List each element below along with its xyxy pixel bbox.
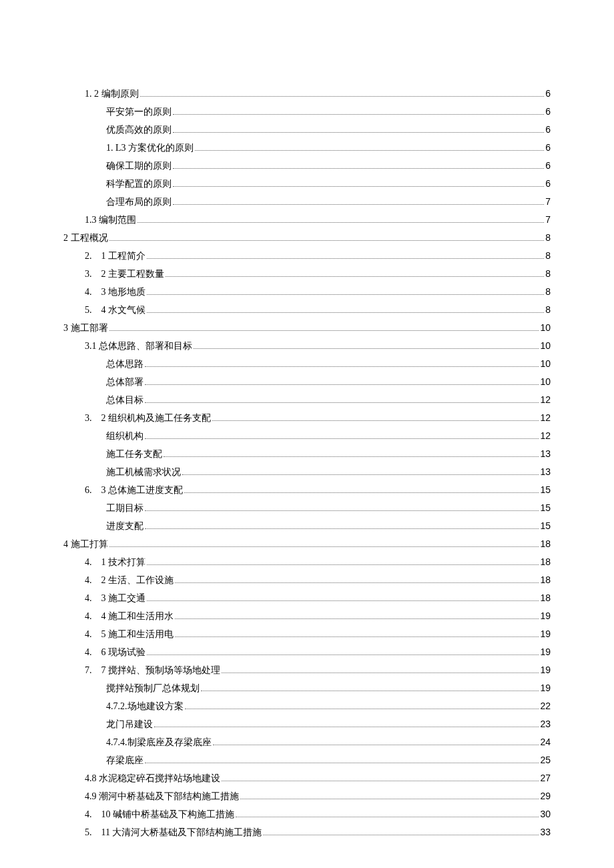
toc-leader-dots — [147, 251, 544, 259]
toc-leader-dots — [236, 809, 539, 817]
toc-entry-prefix: 4.7.2. — [106, 699, 127, 713]
toc-leader-dots — [147, 557, 539, 565]
toc-leader-dots — [195, 143, 544, 151]
toc-entry: 合理布局的原则7 — [63, 195, 551, 209]
toc-entry-prefix: 4. 6 — [85, 645, 108, 659]
toc-leader-dots — [213, 737, 539, 745]
toc-entry-label: 编制范围 — [99, 213, 136, 227]
toc-entry-prefix: 2. 1 — [85, 249, 108, 263]
toc-entry-prefix: 4. 10 — [85, 807, 113, 821]
toc-entry: 4.9 潮河中桥基础及下部结构施工措施29 — [63, 789, 551, 803]
toc-entry-label: 施工和生活用电 — [108, 627, 174, 641]
toc-entry-page: 8 — [545, 249, 551, 263]
toc-entry: 4. 3 施工交通18 — [63, 591, 551, 605]
toc-entry: 3. 2 主要工程数量8 — [63, 267, 551, 281]
toc-entry-page: 19 — [540, 681, 551, 695]
toc-entry-prefix: 4.8 — [85, 771, 99, 785]
toc-entry-page: 19 — [540, 609, 551, 623]
toc-entry: 5. 4 水文气候8 — [63, 303, 551, 317]
toc-leader-dots — [145, 395, 539, 403]
toc-entry-label: 施工打算 — [71, 537, 108, 551]
toc-entry-page: 8 — [545, 267, 551, 281]
toc-entry-prefix: 4. 3 — [85, 285, 108, 299]
toc-entry-prefix: 1. 2 — [85, 87, 101, 101]
toc-entry: 4. 1 技术打算18 — [63, 555, 551, 569]
toc-entry-page: 15 — [540, 501, 551, 515]
toc-entry-label: 科学配置的原则 — [106, 177, 172, 191]
toc-entry-prefix: 5. 4 — [85, 303, 108, 317]
toc-entry: 1.3 编制范围7 — [63, 213, 551, 227]
toc-entry-page: 10 — [540, 339, 551, 353]
toc-entry: 1. 2 编制原则6 — [63, 87, 551, 101]
toc-entry: 2. 1 工程简介8 — [63, 249, 551, 263]
toc-entry-label: 施工任务支配 — [106, 447, 162, 461]
toc-entry: 4.7.4.制梁底座及存梁底座24 — [63, 735, 551, 749]
toc-entry: 优质高效的原则6 — [63, 123, 551, 137]
toc-entry-prefix: 5. 11 — [85, 825, 112, 839]
toc-entry: 确保工期的原则6 — [63, 159, 551, 173]
toc-leader-dots — [173, 107, 544, 115]
toc-entry: 4. 4 施工和生活用水19 — [63, 609, 551, 623]
toc-entry: 施工机械需求状况13 — [63, 465, 551, 479]
toc-entry: 总体目标12 — [63, 393, 551, 407]
toc-entry-page: 12 — [540, 393, 551, 407]
toc-leader-dots — [175, 575, 539, 583]
toc-leader-dots — [182, 467, 539, 475]
toc-entry-label: 总体施工进度支配 — [108, 483, 183, 497]
toc-entry-page: 19 — [540, 663, 551, 677]
toc-entry: 4. 3 地形地质8 — [63, 285, 551, 299]
toc-leader-dots — [164, 449, 539, 457]
toc-entry: 工期目标15 — [63, 501, 551, 515]
toc-entry-label: 组织机构 — [106, 429, 143, 443]
toc-leader-dots — [147, 593, 539, 601]
toc-entry: 1. L3 方案优化的原则6 — [63, 141, 551, 155]
toc-entry-label: 场地建设方案 — [127, 699, 184, 713]
toc-entry: 7. 7 搅拌站、预制场等场地处理19 — [63, 663, 551, 677]
toc-entry: 总体部署10 — [63, 375, 551, 389]
toc-entry-label: 工程简介 — [108, 249, 145, 263]
toc-entry-prefix: 1.3 — [85, 213, 99, 227]
toc-entry-prefix: 3. 2 — [85, 411, 108, 425]
toc-entry: 5. 11 大清河大桥基础及下部结构施工措施33 — [63, 825, 551, 839]
toc-entry-page: 29 — [540, 789, 551, 803]
toc-entry: 组织机构12 — [63, 429, 551, 443]
toc-entry-label: 总体目标 — [106, 393, 143, 407]
toc-entry-label: 组织机构及施工任务支配 — [108, 411, 211, 425]
table-of-contents: 1. 2 编制原则6平安第一的原则6优质高效的原则61. L3 方案优化的原则6… — [63, 87, 551, 839]
toc-entry: 进度支配15 — [63, 519, 551, 533]
toc-entry-page: 6 — [545, 87, 551, 101]
toc-entry-label: 水文气候 — [108, 303, 145, 317]
toc-leader-dots — [240, 791, 539, 799]
toc-entry-label: 搅拌站预制厂总体规划 — [106, 681, 200, 695]
toc-entry: 平安第一的原则6 — [63, 105, 551, 119]
toc-entry-label: 龙门吊建设 — [106, 717, 153, 731]
toc-entry: 3 施工部署10 — [63, 321, 551, 335]
toc-entry-page: 25 — [540, 753, 551, 767]
toc-entry-page: 18 — [540, 537, 551, 551]
toc-entry-prefix: 6. 3 — [85, 483, 108, 497]
toc-entry-prefix: 4.9 — [85, 789, 99, 803]
toc-entry-label: 地形地质 — [108, 285, 145, 299]
toc-entry-prefix: 3 — [63, 321, 71, 335]
toc-entry: 4 施工打算18 — [63, 537, 551, 551]
toc-entry-prefix: 4.7.4. — [106, 735, 127, 749]
toc-entry: 施工任务支配13 — [63, 447, 551, 461]
toc-entry-page: 8 — [545, 231, 551, 245]
toc-entry: 4.8 水泥稳定碎石搅拌站场地建设27 — [63, 771, 551, 785]
toc-leader-dots — [175, 611, 539, 619]
toc-entry-prefix: 2 — [63, 231, 71, 245]
toc-leader-dots — [263, 827, 539, 835]
toc-entry: 3.1 总体思路、部署和目标10 — [63, 339, 551, 353]
toc-leader-dots — [173, 197, 544, 205]
toc-entry-prefix: 3. 2 — [85, 267, 108, 281]
toc-entry-page: 18 — [540, 591, 551, 605]
toc-entry: 3. 2 组织机构及施工任务支配12 — [63, 411, 551, 425]
toc-entry-page: 18 — [540, 573, 551, 587]
toc-entry-prefix: 1. L3 — [106, 141, 128, 155]
toc-entry-label: 总体思路、部署和目标 — [99, 339, 192, 353]
toc-leader-dots — [212, 413, 539, 421]
toc-entry-page: 8 — [545, 303, 551, 317]
toc-entry-page: 12 — [540, 429, 551, 443]
toc-leader-dots — [154, 719, 539, 727]
toc-leader-dots — [145, 521, 539, 529]
